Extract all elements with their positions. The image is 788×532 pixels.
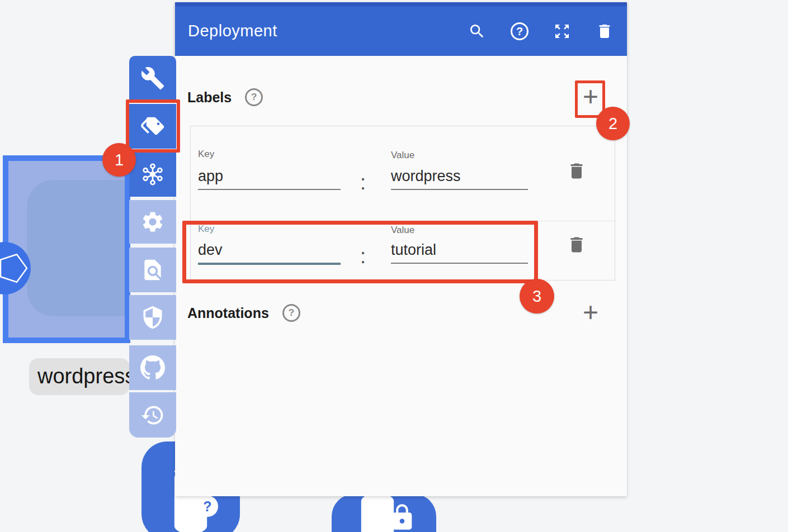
trash-icon [567,235,587,255]
annotations-heading: Annotations [187,305,269,321]
toolbar-item-inspect[interactable] [129,248,176,292]
delete-node-button[interactable] [596,22,614,40]
key-value-separator: : [360,171,366,194]
lock-icon [388,503,417,532]
toolbar-item-history[interactable] [129,392,176,438]
labels-help-icon[interactable]: ? [245,88,263,106]
secret-db-icon[interactable] [332,494,436,532]
wrench-icon [140,66,165,91]
panel-title: Deployment [188,22,277,40]
label-key-input[interactable] [198,168,341,190]
search-icon [468,22,486,40]
tutorial-step-badge: 2 [596,107,630,140]
toolbar-item-network[interactable] [129,152,176,197]
shield-icon [140,305,165,330]
tutorial-highlight-new-row [182,221,538,283]
toolbar-item-settings[interactable] [129,200,176,244]
network-hub-icon [140,162,165,187]
trash-icon [596,22,614,40]
gear-icon [140,210,165,234]
search-button[interactable] [468,22,486,40]
add-annotation-button[interactable]: + [578,301,603,326]
expand-icon [553,22,571,40]
github-icon [140,355,165,380]
labels-heading: Labels [187,89,232,106]
toolbar-item-tools[interactable] [129,56,176,101]
pod-shape [27,180,130,316]
expand-button[interactable] [553,22,571,40]
tutorial-highlight-labels-tool [126,99,180,153]
delete-label-row-button[interactable] [567,235,589,257]
trash-icon [567,161,587,181]
toolbar-item-github[interactable] [129,345,176,390]
history-icon [140,403,165,428]
help-icon[interactable]: ? [511,22,529,40]
file-search-icon [140,258,165,282]
annotations-help-icon[interactable]: ? [282,304,300,322]
pentagon-icon [0,242,31,294]
value-field-label: Value [391,150,414,161]
node-port-circle[interactable] [0,242,31,294]
toolbar-item-security[interactable] [129,295,176,340]
panel-header: Deployment ? [175,2,627,56]
tutorial-step-badge: 3 [520,279,554,314]
delete-label-row-button[interactable] [567,161,589,183]
label-value-input[interactable] [391,168,528,190]
key-field-label: Key [198,149,214,160]
tutorial-step-badge: 1 [102,143,136,177]
node-label: wordpress [29,358,130,395]
question-badge: ? [197,496,218,517]
